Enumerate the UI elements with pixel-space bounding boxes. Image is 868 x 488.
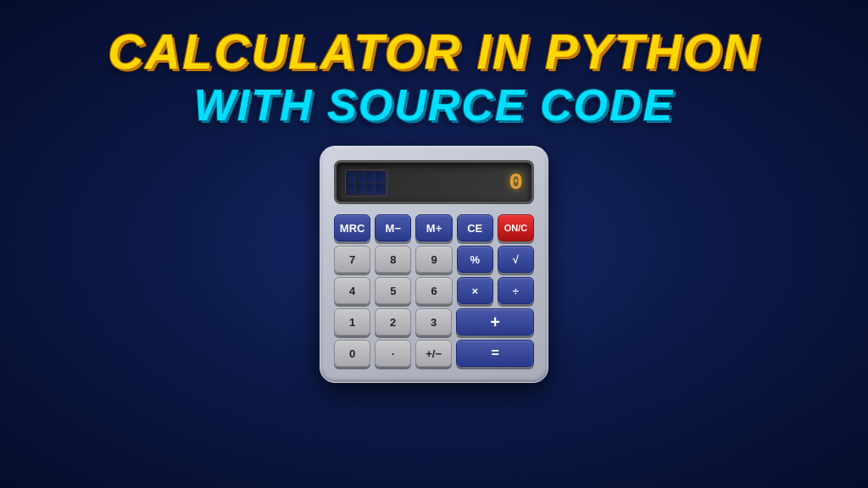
button-row-4: 1 2 3	[334, 308, 452, 336]
btn-percent[interactable]: %	[457, 246, 493, 273]
col-left: 1 2 3 0 · +/−	[334, 308, 452, 367]
solar-cell	[367, 172, 376, 183]
btn-2[interactable]: 2	[375, 308, 411, 336]
btn-1[interactable]: 1	[334, 308, 370, 336]
button-row-2: 7 8 9 % √	[334, 246, 534, 273]
display-value: 0	[509, 169, 523, 196]
button-row-3: 4 5 6 × ÷	[334, 277, 534, 304]
solar-cell	[357, 172, 365, 183]
btn-4[interactable]: 4	[334, 277, 370, 304]
calculator: 0 MRC M− M+ CE ON/C 7 8 9 % √ 4 5 6 × ÷	[320, 146, 548, 383]
calc-display: 0	[334, 160, 534, 204]
btn-9[interactable]: 9	[415, 246, 452, 273]
btn-6[interactable]: 6	[415, 277, 452, 304]
solar-cell	[357, 184, 365, 195]
btn-divide[interactable]: ÷	[498, 277, 534, 304]
btn-sqrt[interactable]: √	[498, 246, 534, 273]
btn-5[interactable]: 5	[375, 277, 411, 304]
btn-plusminus[interactable]: +/−	[415, 340, 452, 367]
solar-panel	[345, 169, 387, 197]
title-container: CALCULATOR IN PYTHON WITH SOURCE CODE	[108, 24, 760, 130]
btn-8[interactable]: 8	[375, 246, 411, 273]
btn-onc[interactable]: ON/C	[498, 214, 534, 241]
btn-m-plus[interactable]: M+	[415, 214, 452, 241]
solar-cell	[376, 184, 385, 195]
button-row-5: 0 · +/−	[334, 340, 452, 367]
button-row-45: 1 2 3 0 · +/− + =	[334, 308, 534, 367]
solar-cell	[367, 184, 376, 195]
title-line2: WITH SOURCE CODE	[108, 80, 760, 131]
btn-equals[interactable]: =	[456, 340, 534, 367]
btn-multiply[interactable]: ×	[457, 277, 493, 304]
title-line1: CALCULATOR IN PYTHON	[108, 24, 760, 80]
btn-mrc[interactable]: MRC	[334, 214, 370, 241]
solar-cell	[348, 172, 356, 183]
btn-ce[interactable]: CE	[457, 214, 493, 241]
btn-3[interactable]: 3	[415, 308, 452, 336]
solar-cell	[348, 184, 356, 195]
solar-cell	[376, 172, 385, 183]
btn-7[interactable]: 7	[334, 246, 370, 273]
btn-0[interactable]: 0	[334, 340, 370, 367]
button-row-1: MRC M− M+ CE ON/C	[334, 214, 534, 241]
col-right-ops: + =	[456, 308, 534, 367]
btn-dot[interactable]: ·	[375, 340, 411, 367]
btn-m-minus[interactable]: M−	[375, 214, 411, 241]
calc-buttons: MRC M− M+ CE ON/C 7 8 9 % √ 4 5 6 × ÷ 1	[334, 214, 534, 367]
btn-plus[interactable]: +	[456, 308, 534, 336]
